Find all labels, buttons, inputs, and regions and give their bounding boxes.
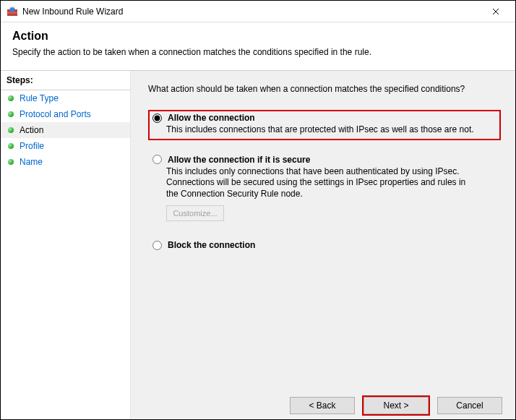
- wizard-header: Action Specify the action to be taken wh…: [1, 22, 515, 71]
- step-rule-type[interactable]: Rule Type: [1, 90, 130, 106]
- svg-rect-3: [7, 14, 17, 16]
- page-title: Action: [12, 30, 504, 43]
- bullet-icon: [8, 127, 14, 133]
- svg-point-4: [10, 7, 15, 12]
- steps-heading: Steps:: [1, 71, 130, 90]
- option-allow-desc: This includes connections that are prote…: [166, 124, 477, 136]
- window-title: New Inbound Rule Wizard: [22, 7, 479, 17]
- step-action[interactable]: Action: [1, 122, 130, 138]
- step-protocol-ports[interactable]: Protocol and Ports: [1, 106, 130, 122]
- option-allow-secure-desc: This includes only connections that have…: [166, 166, 477, 200]
- steps-sidebar: Steps: Rule Type Protocol and Ports Acti…: [1, 71, 131, 420]
- firewall-icon: [7, 6, 18, 17]
- option-block-title: Block the connection: [168, 240, 255, 250]
- radio-allow[interactable]: [152, 113, 162, 123]
- wizard-footer: < Back Next > Cancel: [288, 395, 504, 416]
- cancel-button[interactable]: Cancel: [437, 397, 502, 414]
- close-button[interactable]: [479, 1, 512, 22]
- question-text: What action should be taken when a conne…: [148, 84, 501, 94]
- titlebar: New Inbound Rule Wizard: [1, 1, 515, 22]
- radio-block[interactable]: [152, 241, 162, 250]
- bullet-icon: [8, 143, 14, 149]
- step-name[interactable]: Name: [1, 154, 130, 170]
- step-label: Profile: [20, 141, 44, 151]
- option-allow-row[interactable]: Allow the connection: [151, 113, 496, 123]
- bullet-icon: [8, 111, 14, 117]
- option-allow-secure-row[interactable]: Allow the connection if it is secure: [151, 155, 496, 165]
- next-button[interactable]: Next >: [364, 397, 429, 414]
- option-allow-title: Allow the connection: [168, 113, 255, 123]
- wizard-content: What action should be taken when a conne…: [131, 71, 515, 420]
- step-label: Action: [20, 125, 43, 135]
- bullet-icon: [8, 159, 14, 165]
- option-block-row[interactable]: Block the connection: [151, 240, 496, 250]
- page-subtitle: Specify the action to be taken when a co…: [12, 47, 504, 57]
- option-block: Block the connection: [148, 237, 501, 254]
- step-label: Name: [20, 157, 43, 167]
- bullet-icon: [8, 95, 14, 101]
- option-allow-secure: Allow the connection if it is secure Thi…: [148, 152, 501, 226]
- step-label: Rule Type: [20, 93, 59, 103]
- step-profile[interactable]: Profile: [1, 138, 130, 154]
- step-label: Protocol and Ports: [20, 109, 91, 119]
- back-button[interactable]: < Back: [290, 397, 355, 414]
- option-allow-secure-title: Allow the connection if it is secure: [168, 155, 310, 165]
- option-allow: Allow the connection This includes conne…: [148, 110, 501, 140]
- customize-button: Customize...: [166, 205, 224, 221]
- radio-allow-secure[interactable]: [152, 155, 162, 164]
